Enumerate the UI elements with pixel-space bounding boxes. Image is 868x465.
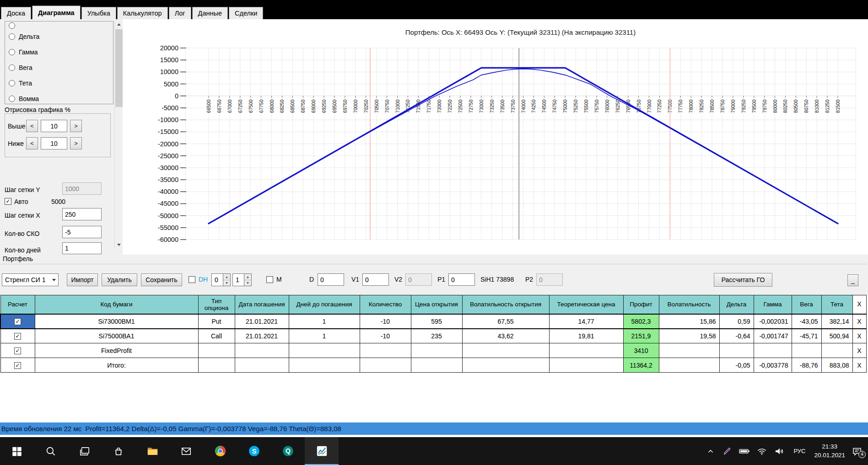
taskbar-icon-search[interactable] (34, 437, 68, 465)
cell: 14,77 (549, 314, 623, 329)
scroll-thumb[interactable] (115, 29, 123, 107)
column-header-0[interactable]: Расчет (0, 295, 35, 314)
tray-battery-icon[interactable] (739, 445, 750, 457)
below-label: Ниже (8, 140, 24, 147)
cell (198, 343, 235, 358)
taskbar-icon-mail[interactable] (169, 437, 203, 465)
greek-radio-partial[interactable] (9, 21, 15, 30)
tray-pen-icon[interactable] (722, 446, 732, 456)
svg-text:70000: 70000 (353, 100, 358, 113)
language-indicator[interactable]: РУС (791, 448, 808, 454)
greek-radio-gamma[interactable]: Гамма (9, 48, 38, 56)
tray-wifi-icon[interactable] (756, 446, 767, 457)
svg-text:70500: 70500 (374, 100, 379, 113)
below-decrease-button[interactable]: < (26, 137, 38, 150)
dh-spinner-2[interactable]: 1 ▲▼ (232, 273, 252, 286)
column-header-4[interactable]: Дней до погашения (289, 295, 360, 314)
grid-step-x-input[interactable]: 250 (62, 208, 102, 220)
taskbar-icon-task-view[interactable] (68, 437, 102, 465)
taskbar-icon-quik[interactable]: Q (271, 437, 305, 465)
column-header-11[interactable]: Дельта (719, 295, 754, 314)
column-header-8[interactable]: Теоретическая цена (549, 295, 623, 314)
tray-chevron-up-icon[interactable] (706, 446, 716, 456)
spin-up-icon[interactable]: ▲ (223, 274, 230, 280)
days-input[interactable]: 1 (62, 242, 102, 254)
greek-radio-vomma[interactable]: Вомма (9, 95, 39, 103)
greek-radio-vega[interactable]: Вега (9, 64, 32, 72)
column-header-1[interactable]: Код бумаги (35, 295, 198, 314)
scroll-up-button[interactable] (115, 20, 123, 28)
strategy-select[interactable]: Стренгл СИ 1 (2, 273, 59, 286)
tab-log[interactable]: Лог (169, 7, 191, 19)
column-header-13[interactable]: Вега (792, 295, 821, 314)
column-header-7[interactable]: Волатильность открытия (462, 295, 549, 314)
delete-row-button[interactable]: X (852, 314, 866, 329)
taskbar-icon-start[interactable] (0, 437, 34, 465)
auto-checkbox[interactable] (5, 198, 11, 205)
calc-go-button[interactable]: Рассчитать ГО (714, 273, 772, 287)
param-v1-input[interactable]: 0 (362, 273, 389, 286)
row-select-checkbox[interactable] (0, 358, 35, 373)
column-header-5[interactable]: Количество (360, 295, 411, 314)
m-checkbox[interactable] (266, 276, 273, 283)
dh-spinner-1[interactable]: 0 ▲▼ (211, 273, 231, 286)
column-header-12[interactable]: Гамма (754, 295, 792, 314)
panel-scrollbar[interactable] (114, 20, 123, 249)
taskbar-icon-store[interactable] (102, 437, 135, 465)
svg-text:-50000: -50000 (158, 212, 178, 219)
column-header-14[interactable]: Тета (821, 295, 852, 314)
delete-button[interactable]: Удалить (102, 273, 137, 286)
greek-radio-delta[interactable]: Дельта (9, 32, 39, 41)
taskbar-icon-chart-app[interactable] (305, 437, 339, 465)
tab-data[interactable]: Данные (192, 7, 228, 19)
greek-listbox: ДельтаГаммаВегаТетаВомма (5, 21, 113, 104)
tab-trades[interactable]: Сделки (229, 7, 263, 19)
param-p1-input[interactable]: 0 (448, 273, 475, 286)
param-p2-label: P2 (525, 276, 533, 283)
tab-diagram[interactable]: Диаграмма (32, 5, 81, 19)
spin-up-icon[interactable]: ▲ (244, 274, 251, 280)
column-header-3[interactable]: Дата погашения (235, 295, 289, 314)
column-header-9[interactable]: Профит (623, 295, 659, 314)
greek-radio-theta[interactable]: Тета (9, 79, 32, 87)
dh-checkbox[interactable] (189, 276, 195, 283)
column-header-6[interactable]: Цена открытия (411, 295, 462, 314)
param-d-input[interactable]: 0 (318, 273, 344, 286)
scroll-down-button[interactable] (115, 241, 123, 249)
below-value-input[interactable]: 10 (41, 137, 67, 150)
sko-input[interactable]: -5 (62, 226, 102, 238)
svg-text:79750: 79750 (762, 100, 767, 113)
above-value-input[interactable]: 10 (41, 120, 67, 132)
tray-action-center-icon[interactable]: 4 (852, 446, 863, 457)
below-increase-button[interactable]: > (70, 137, 82, 150)
tab-board[interactable]: Доска (1, 7, 31, 19)
above-decrease-button[interactable]: < (26, 120, 38, 132)
taskbar-icon-chrome[interactable] (203, 437, 237, 465)
spin-down-icon[interactable]: ▼ (223, 280, 230, 286)
spin-down-icon[interactable]: ▼ (244, 280, 251, 286)
delete-row-button[interactable]: X (852, 329, 866, 343)
column-header-15[interactable]: X (852, 295, 866, 314)
row-select-checkbox[interactable] (0, 314, 35, 329)
delete-row-button[interactable]: X (852, 343, 866, 358)
row-select-checkbox[interactable] (0, 329, 35, 343)
delete-row-button[interactable]: X (852, 358, 866, 373)
import-button[interactable]: Импорт (67, 273, 98, 286)
tray-volume-icon[interactable] (774, 446, 785, 457)
save-button[interactable]: Сохранить (141, 273, 182, 286)
row-select-checkbox[interactable] (0, 343, 35, 358)
collapse-button[interactable]: _ (847, 274, 858, 286)
taskbar-clock[interactable]: 21:3320.01.2021 (814, 443, 845, 459)
grid-step-y-input: 1000 (62, 182, 102, 195)
column-header-2[interactable]: Тип опциона (198, 295, 235, 314)
checkbox-icon (14, 362, 21, 369)
above-increase-button[interactable]: > (70, 120, 82, 132)
column-header-10[interactable]: Волатильность (659, 295, 719, 314)
tab-calculator[interactable]: Калькулятор (117, 7, 168, 19)
svg-text:76000: 76000 (604, 100, 610, 113)
svg-text:80250: 80250 (782, 100, 788, 113)
svg-text:-25000: -25000 (158, 152, 178, 160)
tab-smile[interactable]: Улыбка (81, 7, 116, 19)
taskbar-icon-skype[interactable]: S (237, 437, 271, 465)
taskbar-icon-file-explorer[interactable] (135, 437, 169, 465)
